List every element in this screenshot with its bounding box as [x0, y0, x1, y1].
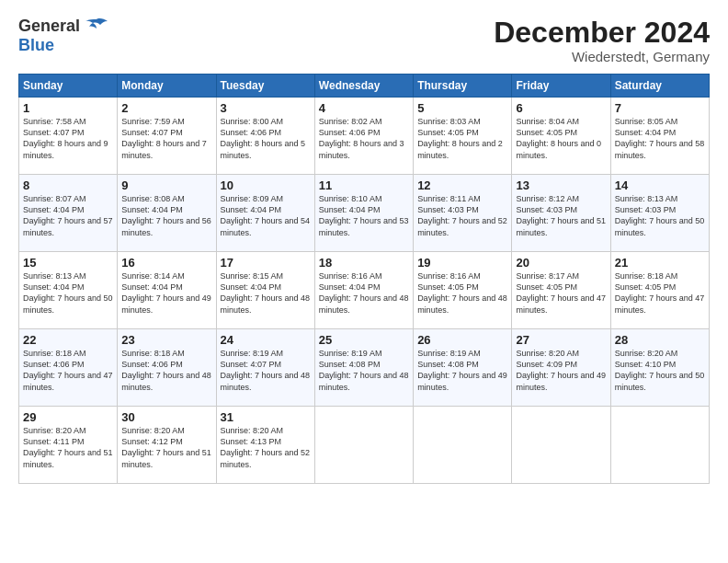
calendar-cell: 20 Sunrise: 8:17 AM Sunset: 4:05 PM Dayl…: [512, 252, 610, 329]
logo-bird-icon: [84, 17, 109, 36]
calendar-cell: 3 Sunrise: 8:00 AM Sunset: 4:06 PM Dayli…: [216, 98, 314, 175]
day-number: 16: [121, 256, 211, 270]
day-info: Sunrise: 8:20 AM Sunset: 4:11 PM Dayligh…: [23, 425, 113, 470]
calendar-cell: 31 Sunrise: 8:20 AM Sunset: 4:13 PM Dayl…: [216, 407, 314, 484]
day-info: Sunrise: 8:20 AM Sunset: 4:12 PM Dayligh…: [121, 425, 211, 470]
day-number: 11: [319, 178, 409, 192]
calendar-cell: 11 Sunrise: 8:10 AM Sunset: 4:04 PM Dayl…: [314, 175, 413, 252]
day-number: 3: [221, 101, 311, 115]
calendar-cell: 13 Sunrise: 8:12 AM Sunset: 4:03 PM Dayl…: [512, 175, 610, 252]
calendar-cell: 18 Sunrise: 8:16 AM Sunset: 4:04 PM Dayl…: [314, 252, 413, 329]
day-number: 25: [319, 333, 409, 347]
day-info: Sunrise: 8:03 AM Sunset: 4:05 PM Dayligh…: [417, 116, 507, 161]
day-number: 29: [23, 410, 113, 424]
day-number: 14: [615, 178, 705, 192]
dow-header-friday: Friday: [512, 75, 610, 98]
day-info: Sunrise: 8:20 AM Sunset: 4:10 PM Dayligh…: [615, 348, 705, 393]
day-info: Sunrise: 8:05 AM Sunset: 4:04 PM Dayligh…: [615, 116, 705, 161]
day-number: 19: [417, 256, 507, 270]
dow-header-thursday: Thursday: [414, 75, 512, 98]
calendar-cell: 28 Sunrise: 8:20 AM Sunset: 4:10 PM Dayl…: [610, 329, 709, 407]
dow-header-saturday: Saturday: [610, 75, 709, 98]
day-info: Sunrise: 8:02 AM Sunset: 4:06 PM Dayligh…: [319, 116, 409, 161]
day-info: Sunrise: 8:19 AM Sunset: 4:07 PM Dayligh…: [221, 348, 311, 393]
calendar-cell: 24 Sunrise: 8:19 AM Sunset: 4:07 PM Dayl…: [216, 329, 314, 407]
day-info: Sunrise: 8:11 AM Sunset: 4:03 PM Dayligh…: [417, 193, 507, 238]
day-info: Sunrise: 8:17 AM Sunset: 4:05 PM Dayligh…: [516, 270, 606, 316]
day-number: 17: [221, 256, 311, 270]
day-info: Sunrise: 8:16 AM Sunset: 4:04 PM Dayligh…: [319, 270, 409, 316]
calendar-cell: [512, 407, 610, 484]
day-info: Sunrise: 8:08 AM Sunset: 4:04 PM Dayligh…: [121, 193, 211, 238]
calendar-cell: [414, 407, 512, 484]
calendar: SundayMondayTuesdayWednesdayThursdayFrid…: [18, 74, 710, 484]
calendar-cell: 30 Sunrise: 8:20 AM Sunset: 4:12 PM Dayl…: [118, 407, 216, 484]
day-info: Sunrise: 8:20 AM Sunset: 4:09 PM Dayligh…: [516, 348, 606, 393]
subtitle: Wiederstedt, Germany: [494, 49, 710, 64]
day-number: 9: [121, 178, 211, 192]
day-info: Sunrise: 7:58 AM Sunset: 4:07 PM Dayligh…: [23, 116, 113, 161]
calendar-cell: 23 Sunrise: 8:18 AM Sunset: 4:06 PM Dayl…: [118, 329, 216, 407]
logo-blue: Blue: [18, 36, 54, 54]
day-number: 24: [221, 333, 311, 347]
dow-header-sunday: Sunday: [19, 75, 118, 98]
day-info: Sunrise: 8:13 AM Sunset: 4:04 PM Dayligh…: [23, 270, 113, 316]
calendar-cell: 4 Sunrise: 8:02 AM Sunset: 4:06 PM Dayli…: [314, 98, 413, 175]
day-number: 10: [221, 178, 311, 192]
day-number: 8: [23, 178, 113, 192]
dow-header-tuesday: Tuesday: [216, 75, 314, 98]
day-number: 1: [23, 101, 113, 115]
title-block: December 2024 Wiederstedt, Germany: [494, 17, 710, 64]
day-info: Sunrise: 8:13 AM Sunset: 4:03 PM Dayligh…: [615, 193, 705, 238]
main-title: December 2024: [494, 17, 710, 49]
day-info: Sunrise: 8:09 AM Sunset: 4:04 PM Dayligh…: [221, 193, 311, 238]
header: General Blue December 2024 Wiederstedt, …: [18, 17, 710, 64]
day-number: 12: [417, 178, 507, 192]
day-number: 28: [615, 333, 705, 347]
dow-header-wednesday: Wednesday: [314, 75, 413, 98]
day-info: Sunrise: 8:18 AM Sunset: 4:05 PM Dayligh…: [615, 270, 705, 316]
day-number: 21: [615, 256, 705, 270]
day-number: 15: [23, 256, 113, 270]
day-info: Sunrise: 8:19 AM Sunset: 4:08 PM Dayligh…: [319, 348, 409, 393]
day-number: 4: [319, 101, 409, 115]
calendar-cell: 19 Sunrise: 8:16 AM Sunset: 4:05 PM Dayl…: [414, 252, 512, 329]
day-number: 5: [417, 101, 507, 115]
day-number: 22: [23, 333, 113, 347]
day-number: 6: [516, 101, 606, 115]
calendar-cell: 25 Sunrise: 8:19 AM Sunset: 4:08 PM Dayl…: [314, 329, 413, 407]
calendar-cell: [314, 407, 413, 484]
day-info: Sunrise: 7:59 AM Sunset: 4:07 PM Dayligh…: [121, 116, 211, 161]
calendar-cell: 29 Sunrise: 8:20 AM Sunset: 4:11 PM Dayl…: [19, 407, 118, 484]
day-info: Sunrise: 8:00 AM Sunset: 4:06 PM Dayligh…: [221, 116, 311, 161]
calendar-cell: 22 Sunrise: 8:18 AM Sunset: 4:06 PM Dayl…: [19, 329, 118, 407]
day-number: 7: [615, 101, 705, 115]
day-number: 30: [121, 410, 211, 424]
day-info: Sunrise: 8:19 AM Sunset: 4:08 PM Dayligh…: [417, 348, 507, 393]
day-info: Sunrise: 8:16 AM Sunset: 4:05 PM Dayligh…: [417, 270, 507, 316]
calendar-cell: 5 Sunrise: 8:03 AM Sunset: 4:05 PM Dayli…: [414, 98, 512, 175]
day-number: 26: [417, 333, 507, 347]
logo: General Blue: [18, 17, 109, 55]
calendar-cell: 6 Sunrise: 8:04 AM Sunset: 4:05 PM Dayli…: [512, 98, 610, 175]
calendar-cell: 1 Sunrise: 7:58 AM Sunset: 4:07 PM Dayli…: [19, 98, 118, 175]
logo-general: General: [18, 17, 80, 36]
day-number: 18: [319, 256, 409, 270]
calendar-cell: [610, 407, 709, 484]
page: General Blue December 2024 Wiederstedt, …: [0, 0, 728, 563]
calendar-cell: 9 Sunrise: 8:08 AM Sunset: 4:04 PM Dayli…: [118, 175, 216, 252]
day-info: Sunrise: 8:04 AM Sunset: 4:05 PM Dayligh…: [516, 116, 606, 161]
calendar-cell: 17 Sunrise: 8:15 AM Sunset: 4:04 PM Dayl…: [216, 252, 314, 329]
calendar-cell: 12 Sunrise: 8:11 AM Sunset: 4:03 PM Dayl…: [414, 175, 512, 252]
calendar-cell: 15 Sunrise: 8:13 AM Sunset: 4:04 PM Dayl…: [19, 252, 118, 329]
day-info: Sunrise: 8:18 AM Sunset: 4:06 PM Dayligh…: [23, 348, 113, 393]
calendar-cell: 2 Sunrise: 7:59 AM Sunset: 4:07 PM Dayli…: [118, 98, 216, 175]
calendar-cell: 26 Sunrise: 8:19 AM Sunset: 4:08 PM Dayl…: [414, 329, 512, 407]
day-number: 2: [121, 101, 211, 115]
day-info: Sunrise: 8:18 AM Sunset: 4:06 PM Dayligh…: [121, 348, 211, 393]
day-info: Sunrise: 8:14 AM Sunset: 4:04 PM Dayligh…: [121, 270, 211, 316]
calendar-cell: 16 Sunrise: 8:14 AM Sunset: 4:04 PM Dayl…: [118, 252, 216, 329]
calendar-cell: 7 Sunrise: 8:05 AM Sunset: 4:04 PM Dayli…: [610, 98, 709, 175]
dow-header-monday: Monday: [118, 75, 216, 98]
day-number: 27: [516, 333, 606, 347]
